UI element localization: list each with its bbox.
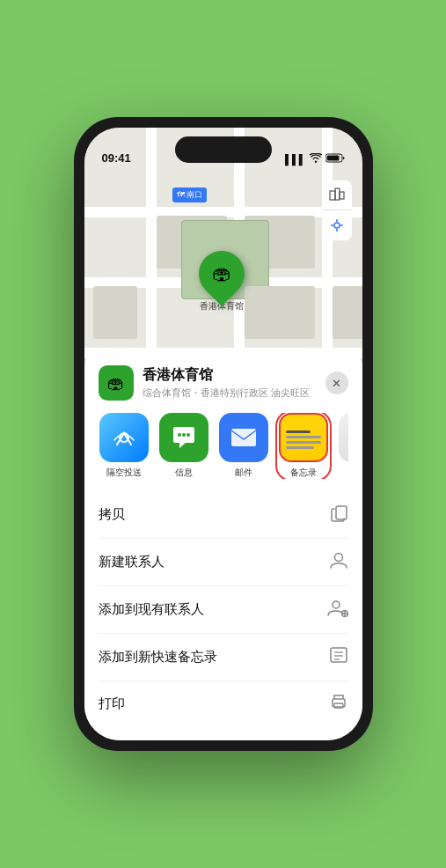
signal-icon: ▌▌▌ <box>285 154 305 165</box>
bottom-sheet: 🏟 香港体育馆 综合体育馆・香港特别行政区 油尖旺区 ✕ <box>84 351 362 740</box>
action-print-label: 打印 <box>99 695 125 712</box>
new-contact-icon <box>329 550 348 574</box>
notes-icon <box>279 413 328 462</box>
svg-point-13 <box>186 433 190 437</box>
svg-rect-4 <box>340 192 344 199</box>
location-button[interactable] <box>322 210 352 240</box>
share-app-more[interactable]: 推 <box>338 413 348 479</box>
svg-rect-2 <box>330 191 335 200</box>
action-add-existing[interactable]: 添加到现有联系人 <box>99 586 348 634</box>
action-add-existing-label: 添加到现有联系人 <box>99 601 204 618</box>
share-app-notes[interactable]: 备忘录 <box>278 413 329 479</box>
svg-point-12 <box>182 433 186 437</box>
map-label-icon: 🗺 <box>177 190 187 199</box>
notes-line-2 <box>286 436 321 438</box>
action-copy[interactable]: 拷贝 <box>99 491 348 539</box>
action-add-notes[interactable]: 添加到新快速备忘录 <box>99 634 348 681</box>
status-icons: ▌▌▌ <box>285 153 344 165</box>
map-block3 <box>93 286 137 339</box>
map-label-text: 南口 <box>186 190 202 199</box>
location-header: 🏟 香港体育馆 综合体育馆・香港特别行政区 油尖旺区 ✕ <box>99 365 348 401</box>
location-emoji: 🏟 <box>107 373 125 394</box>
more-icon <box>339 413 348 462</box>
svg-rect-1 <box>326 156 339 161</box>
mail-label: 邮件 <box>235 467 252 479</box>
location-icon: 🏟 <box>99 365 134 401</box>
svg-point-17 <box>333 601 340 608</box>
map-controls[interactable] <box>322 180 352 240</box>
map-block6 <box>333 286 362 339</box>
svg-point-11 <box>178 433 181 437</box>
notes-lines <box>281 423 326 452</box>
location-info: 香港体育馆 综合体育馆・香港特别行政区 油尖旺区 <box>143 366 317 400</box>
location-address: 综合体育馆・香港特别行政区 油尖旺区 <box>143 386 317 400</box>
svg-rect-14 <box>231 429 256 446</box>
phone-frame: 09:41 ▌▌▌ <box>74 117 373 751</box>
copy-icon <box>331 503 348 526</box>
share-app-mail[interactable]: 邮件 <box>218 413 269 479</box>
notes-line-1 <box>286 430 311 433</box>
add-notes-icon <box>329 645 348 669</box>
map-location-label: 🗺 南口 <box>172 188 208 202</box>
message-label: 信息 <box>175 467 193 479</box>
wifi-icon <box>310 153 322 165</box>
action-list: 拷贝 新建联系人 <box>99 491 348 726</box>
action-copy-label: 拷贝 <box>99 506 125 523</box>
status-time: 09:41 <box>102 151 131 165</box>
add-existing-icon <box>327 598 348 622</box>
location-name: 香港体育馆 <box>143 366 317 385</box>
share-app-message[interactable]: 信息 <box>158 413 209 479</box>
notes-line-4 <box>286 446 314 449</box>
svg-rect-15 <box>336 506 347 519</box>
message-icon <box>159 413 208 462</box>
map-block5 <box>245 286 315 339</box>
action-print[interactable]: 打印 <box>99 681 348 726</box>
pin-circle: 🏟 <box>189 241 254 306</box>
print-icon <box>329 693 348 715</box>
svg-rect-3 <box>335 188 340 200</box>
pin-emoji: 🏟 <box>212 262 231 285</box>
share-app-airdrop[interactable]: 隔空投送 <box>99 413 150 479</box>
svg-point-5 <box>334 223 340 228</box>
battery-icon <box>325 153 345 165</box>
svg-point-16 <box>334 554 342 562</box>
phone-screen: 09:41 ▌▌▌ <box>84 128 362 740</box>
action-new-contact[interactable]: 新建联系人 <box>99 539 348 586</box>
map-pin: 🏟 香港体育馆 <box>199 251 245 313</box>
close-button[interactable]: ✕ <box>325 371 348 394</box>
airdrop-label: 隔空投送 <box>106 467 142 479</box>
action-add-notes-label: 添加到新快速备忘录 <box>99 649 217 666</box>
airdrop-icon <box>99 413 149 462</box>
notes-label: 备忘录 <box>290 467 317 479</box>
action-new-contact-label: 新建联系人 <box>99 554 165 570</box>
dynamic-island <box>175 136 272 163</box>
map-type-button[interactable] <box>322 180 352 210</box>
mail-icon <box>219 413 268 462</box>
share-apps-row: 隔空投送 信息 <box>99 413 348 479</box>
notes-line-3 <box>286 441 321 444</box>
